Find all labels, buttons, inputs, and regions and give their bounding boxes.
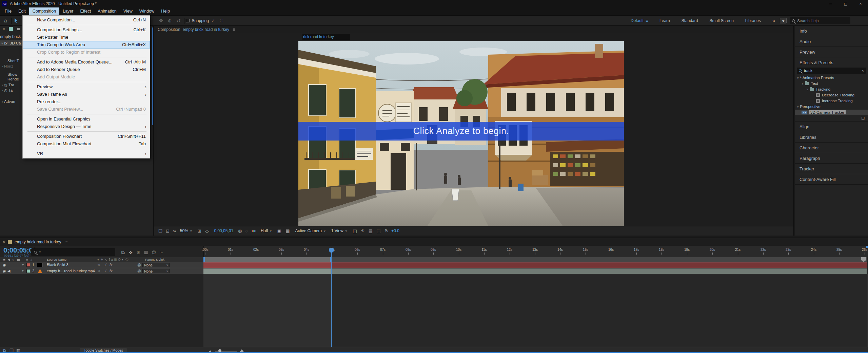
maximize-button-icon[interactable]: ▢ — [838, 0, 853, 7]
menu-composition[interactable]: Composition — [29, 7, 59, 15]
always-preview-icon[interactable]: ❐ — [158, 228, 162, 234]
workspace-tab-libraries[interactable]: Libraries — [745, 18, 761, 23]
effect-3d-camera-tracker-row[interactable]: ∨fx 3D Ca — [0, 40, 22, 46]
panel-header-audio[interactable]: Audio — [795, 37, 868, 47]
pen-cursor-icon[interactable]: ⟋ — [209, 18, 217, 23]
parent-dropdown[interactable]: None∨ — [142, 269, 170, 273]
composition-tab-label[interactable]: Composition — [158, 27, 180, 32]
graph-editor-icon[interactable]: ∿ — [160, 250, 167, 255]
close-button-icon[interactable]: × — [853, 0, 868, 7]
stopwatch-icon[interactable]: ◷ — [4, 83, 8, 87]
panel-header-paragraph[interactable]: Paragraph — [795, 153, 868, 164]
parent-link-column-header[interactable]: Parent & Link — [145, 258, 164, 261]
panel-menu-icon[interactable]: ≡ — [233, 27, 235, 32]
menu-item-preview[interactable]: Preview› — [23, 83, 150, 91]
ec-row-target-size[interactable]: ›◷ Ta — [2, 88, 24, 93]
ec-row-track-point-size[interactable]: ›◷ Tra — [2, 82, 24, 87]
menu-item-open-in-essential-graphics[interactable]: Open in Essential Graphics — [23, 115, 150, 123]
panel-header-libraries[interactable]: Libraries — [795, 132, 868, 143]
exposure-value[interactable]: +0.0 — [391, 228, 399, 233]
fx-switch-icon[interactable]: fx — [110, 263, 113, 267]
resolution-value[interactable]: Half — [261, 228, 268, 233]
twirl-open-icon[interactable]: ∨ — [797, 105, 799, 108]
flowchart-icon[interactable]: ⬚ — [377, 228, 381, 234]
shy-layers-icon[interactable]: ✳ — [137, 250, 144, 255]
menu-item-composition-mini-flowchart[interactable]: Composition Mini-FlowchartTab — [23, 140, 150, 148]
layer-name[interactable]: Black Solid 3 — [47, 263, 68, 267]
menu-edit[interactable]: Edit — [15, 7, 29, 15]
layer-label-swatch[interactable] — [26, 263, 30, 267]
menu-item-composition-flowchart[interactable]: Composition FlowchartCtrl+Shift+F11 — [23, 133, 150, 140]
menu-item-pre-render[interactable]: Pre-render... — [23, 98, 150, 106]
panel-header-align[interactable]: Align — [795, 122, 868, 132]
transparency-grid-icon[interactable]: ▦ — [285, 228, 290, 234]
work-area-bar-outside[interactable] — [332, 257, 867, 262]
view-count-value[interactable]: 1 View — [331, 228, 343, 233]
twirl-open-icon[interactable]: ∨ — [802, 82, 804, 85]
time-ruler[interactable]: :00s 01s 02s 03s 04s 05s 06s 07s 08s 09s… — [203, 246, 868, 257]
pixel-aspect-icon[interactable]: ⟐ — [361, 228, 364, 234]
stopwatch-icon[interactable]: ◷ — [4, 88, 8, 92]
tree-item-3d-camera-tracker[interactable]: 32 3D Camera Tracker — [795, 110, 868, 115]
panel-header-effects-presets[interactable]: Effects & Presets — [795, 58, 868, 68]
quality-icon[interactable]: ⍟ — [98, 263, 100, 267]
menu-item-set-poster-time[interactable]: Set Poster Time — [23, 34, 150, 41]
menu-animation[interactable]: Animation — [94, 7, 120, 15]
snapping-checkbox[interactable] — [186, 19, 190, 22]
tree-item-increase-tracking[interactable]: Increase Tracking — [795, 98, 868, 104]
frame-blending-icon[interactable]: ▦ — [144, 250, 152, 255]
layer-row-1[interactable]: ◉ ▸ 1 Black Solid 3 ⍟ ∕ fx @ None∨ — [0, 262, 203, 268]
draft-3d-icon[interactable]: ❖ — [129, 250, 137, 255]
timeline-tab-name[interactable]: empty brick road in turkey — [15, 240, 61, 244]
channel-rgb-icon[interactable]: ●●● — [251, 228, 256, 233]
effect-controls-scrollbar[interactable] — [152, 27, 153, 125]
speaker-icon[interactable]: ◀ — [7, 269, 10, 273]
menu-window[interactable]: Window — [136, 7, 158, 15]
layer-label-swatch[interactable] — [26, 269, 30, 273]
menu-item-add-to-render-queue[interactable]: Add to Render QueueCtrl+M — [23, 66, 150, 73]
menu-view[interactable]: View — [120, 7, 136, 15]
tree-item-tracking-folder[interactable]: ∨ Tracking — [795, 87, 868, 92]
panel-header-preview[interactable]: Preview — [795, 47, 868, 57]
navigator-end-marker[interactable] — [866, 246, 868, 248]
layer-row-2[interactable]: ◉ ◀ ▸ 2 empty b... road in turkey.mp4 ⍟ … — [0, 268, 203, 274]
menu-file[interactable]: File — [1, 7, 15, 15]
twirl-closed-icon[interactable]: › — [2, 83, 3, 87]
snapshot-camera-icon[interactable]: ◍ — [238, 228, 242, 234]
magnification-value[interactable]: 50% — [180, 228, 188, 233]
lock-icon[interactable] — [17, 28, 20, 30]
workspace-tab-small-screen[interactable]: Small Screen — [709, 18, 733, 23]
quality-icon[interactable]: ⍟ — [98, 269, 100, 273]
eye-icon[interactable]: ◉ — [3, 263, 6, 267]
chevron-down-icon[interactable]: ∨ — [323, 229, 326, 233]
ec-row-advanced[interactable]: ›Advan — [2, 99, 24, 104]
menu-item-responsive-design-time[interactable]: Responsive Design — Time› — [23, 123, 150, 130]
zoom-tool-icon[interactable]: ⊕ — [165, 18, 174, 23]
work-area-start-handle[interactable] — [203, 257, 205, 262]
menu-help[interactable]: Help — [158, 7, 173, 15]
target-region-icon[interactable]: ▣ — [277, 228, 281, 234]
stereo-viewer-icon[interactable]: ∞ — [173, 228, 176, 234]
workspace-overflow-icon[interactable]: » — [772, 18, 775, 23]
twirl-open-icon[interactable]: ∨ — [1, 42, 3, 45]
playhead-line[interactable] — [331, 248, 332, 347]
twirl-closed-icon[interactable]: › — [2, 89, 3, 92]
composition-tab-comp-name[interactable]: empty brick road in turkey — [183, 27, 229, 32]
comp-name-breadcrumb[interactable]: rick road in turkey — [302, 34, 350, 40]
tree-item-perspective[interactable]: ∨ Perspective — [795, 104, 868, 109]
tree-item-animation-presets[interactable]: ∨ * Animation Presets — [795, 75, 868, 80]
mini-flowchart-icon[interactable]: ⧉ — [121, 250, 129, 255]
region-of-interest-icon[interactable]: ◇ — [205, 228, 209, 234]
twirl-closed-icon[interactable]: ▸ — [22, 269, 24, 272]
quality-toggle-icon[interactable]: ∕ — [105, 269, 106, 273]
work-area-bar[interactable] — [203, 257, 332, 262]
chevron-down-icon[interactable]: ∨ — [190, 229, 192, 233]
pickwhip-icon[interactable]: @ — [137, 269, 141, 273]
source-name-column-header[interactable]: Source Name — [47, 258, 66, 261]
menu-item-save-frame-as[interactable]: Save Frame As› — [23, 91, 150, 98]
parent-dropdown[interactable]: None∨ — [142, 263, 170, 267]
rotate-tool-icon[interactable]: ↺ — [174, 18, 183, 23]
fx-switch-icon[interactable]: fx — [110, 269, 113, 273]
chevron-down-icon[interactable]: ∨ — [270, 229, 272, 233]
motion-blur-icon[interactable]: ◎ — [152, 250, 160, 255]
